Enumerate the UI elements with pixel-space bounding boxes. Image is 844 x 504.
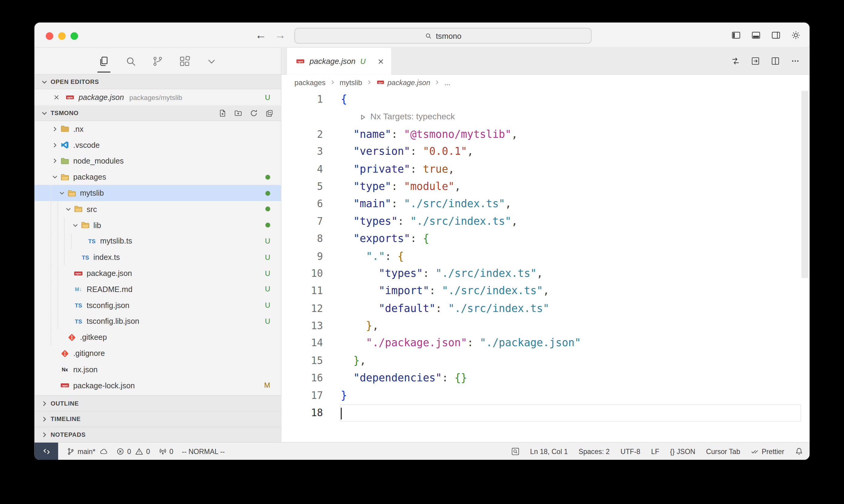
toggle-panel-icon[interactable] (751, 30, 761, 40)
new-file-icon[interactable] (219, 109, 227, 117)
title-bar[interactable]: ← → tsmono (35, 23, 810, 48)
chevron-down-icon[interactable] (57, 189, 66, 197)
modified-dot-badge (265, 222, 270, 228)
codelens[interactable]: Nx Targets: typecheck (282, 108, 810, 126)
status-vim-mode[interactable]: -- NORMAL -- (182, 447, 225, 455)
breadcrumb-item-packages[interactable]: packages (294, 78, 326, 86)
source-control-view-button[interactable] (151, 55, 164, 68)
status-indentation[interactable]: Spaces: 2 (579, 447, 610, 455)
breadcrumb-item-more[interactable]: ... (444, 78, 450, 86)
new-folder-icon[interactable] (234, 109, 242, 117)
open-changes-icon[interactable] (751, 56, 760, 66)
search-view-button[interactable] (124, 55, 137, 68)
line-number: 5 (282, 178, 341, 196)
tree-item-label: mytslib.ts (100, 237, 132, 245)
svg-text:TS: TS (88, 238, 96, 245)
navigate-forward-button[interactable]: → (275, 23, 286, 48)
chevron-down-icon[interactable] (51, 173, 59, 181)
navigate-back-button[interactable]: ← (255, 23, 266, 48)
status-cursor-position[interactable]: Ln 18, Col 1 (530, 447, 568, 455)
breadcrumb[interactable]: packages mytslib npm package.json ... (282, 75, 810, 90)
status-cursor-tab[interactable]: Cursor Tab (706, 447, 740, 455)
more-views-button[interactable] (205, 55, 218, 68)
tree-item-package-json[interactable]: npm package.json U (35, 265, 281, 282)
collapse-folders-icon[interactable] (265, 109, 273, 117)
tree-item-mytslib-ts[interactable]: TS mytslib.ts U (35, 233, 281, 249)
tree-item-tsconfig-lib-json[interactable]: TS tsconfig.lib.json U (35, 313, 281, 329)
tree-item-vscode[interactable]: .vscode (35, 137, 281, 153)
tree-item-mytslib[interactable]: mytslib (35, 185, 281, 201)
compare-changes-icon[interactable] (731, 56, 740, 66)
tree-item-label: packages (73, 173, 106, 181)
open-editors-header[interactable]: OPEN EDITORS (35, 74, 281, 89)
status-label: Prettier (761, 447, 784, 455)
command-center-search[interactable]: tsmono (294, 28, 591, 43)
status-ports[interactable]: 0 (158, 447, 173, 455)
code-line-8: 8 "exports": { (282, 230, 810, 248)
tree-item-gitignore[interactable]: .gitignore (35, 345, 281, 361)
settings-icon[interactable] (791, 30, 801, 40)
chevron-down-icon[interactable] (64, 205, 72, 213)
breadcrumb-item-package-json[interactable]: npm package.json (376, 78, 430, 86)
close-tab-icon[interactable] (377, 57, 385, 66)
panel-header-timeline[interactable]: TIMELINE (35, 411, 281, 426)
more-actions-icon[interactable] (791, 56, 800, 66)
tree-item-src[interactable]: src (35, 201, 281, 217)
tree-item-index-ts[interactable]: TS index.ts U (35, 249, 281, 265)
explorer-view-button[interactable] (97, 55, 110, 68)
code-line-5: 5 "type": "module", (282, 178, 810, 196)
refresh-explorer-icon[interactable] (250, 109, 258, 117)
tree-item-packages[interactable]: packages (35, 169, 281, 185)
chevron-right-icon[interactable] (51, 157, 59, 165)
close-editor-icon[interactable] (53, 94, 60, 101)
tree-item-readme-md[interactable]: M↓ README.md U (35, 282, 281, 298)
line-number: 7 (282, 213, 341, 231)
panel-header-outline[interactable]: OUTLINE (35, 395, 281, 411)
status-formatter[interactable]: Prettier (751, 447, 784, 455)
project-header[interactable]: TSMONO (35, 105, 281, 121)
remote-indicator[interactable] (35, 443, 58, 460)
tree-item-nx[interactable]: .nx (35, 121, 281, 137)
tree-item-label: package-lock.json (73, 381, 135, 390)
tree-item-nx-json[interactable]: Nx nx.json (35, 361, 281, 377)
status-notifications[interactable] (795, 447, 803, 455)
status-zoom-indicator[interactable] (511, 447, 519, 455)
status-eol[interactable]: LF (651, 447, 659, 455)
scrollbar[interactable] (802, 91, 809, 278)
minimize-window-button[interactable] (58, 32, 66, 40)
code-line-3: 3 "version": "0.0.1", (282, 143, 810, 161)
tree-item-lib[interactable]: lib (35, 217, 281, 233)
chevron-down-icon[interactable] (71, 221, 79, 229)
status-warnings[interactable]: 0 (136, 447, 150, 455)
breadcrumb-item-mytslib[interactable]: mytslib (340, 78, 362, 86)
toggle-primary-sidebar-icon[interactable] (731, 30, 741, 40)
svg-text:TS: TS (75, 318, 82, 325)
status-language-mode[interactable]: {} JSON (670, 447, 695, 455)
code-line-16: 16 "dependencies": {} (282, 370, 810, 387)
line-number: 8 (282, 230, 341, 248)
status-git-branch[interactable]: main* (67, 447, 96, 455)
status-sync-changes[interactable] (100, 447, 108, 455)
broadcast-icon (158, 447, 167, 455)
tree-item-tsconfig-json[interactable]: TS tsconfig.json U (35, 297, 281, 313)
extensions-view-button[interactable] (178, 55, 191, 68)
panel-header-notepads[interactable]: NOTEPADS (35, 427, 281, 442)
tree-item-package-lock-json[interactable]: npm package-lock.json M (35, 377, 281, 393)
split-editor-icon[interactable] (771, 56, 780, 66)
maximize-window-button[interactable] (71, 32, 78, 40)
chevron-right-icon[interactable] (51, 125, 59, 133)
open-editor-package-json[interactable]: npm package.json packages/mytslib U (35, 89, 281, 105)
close-window-button[interactable] (46, 32, 53, 40)
status-encoding[interactable]: UTF-8 (621, 447, 640, 455)
status-errors[interactable]: 0 (116, 447, 131, 455)
tree-item-gitkeep[interactable]: .gitkeep (35, 329, 281, 345)
toggle-secondary-sidebar-icon[interactable] (771, 30, 781, 40)
zoom-box-icon (511, 447, 519, 455)
status-label: -- NORMAL -- (182, 447, 225, 455)
npm-icon: npm (65, 93, 75, 102)
chevron-right-icon[interactable] (51, 141, 59, 149)
svg-text:TS: TS (82, 254, 89, 260)
tree-item-node-modules[interactable]: node_modules (35, 153, 281, 169)
tab-package-json[interactable]: npm package.json U (287, 48, 392, 75)
code-editor[interactable]: 1 { Nx Targets: typecheck 2 "name": "@ts… (282, 90, 810, 442)
